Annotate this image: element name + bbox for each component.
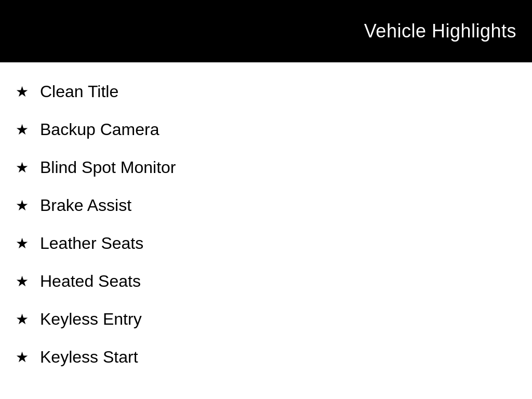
- list-item: ★Heated Seats: [16, 262, 516, 300]
- list-item: ★Keyless Start: [16, 338, 516, 376]
- star-icon: ★: [16, 312, 29, 327]
- highlight-label: Leather Seats: [40, 234, 143, 253]
- list-item: ★Blind Spot Monitor: [16, 149, 516, 187]
- star-icon: ★: [16, 123, 29, 137]
- highlights-list: ★Clean Title★Backup Camera★Blind Spot Mo…: [0, 62, 532, 387]
- highlight-label: Brake Assist: [40, 196, 131, 215]
- highlight-label: Blind Spot Monitor: [40, 158, 176, 177]
- list-item: ★Leather Seats: [16, 224, 516, 262]
- star-icon: ★: [16, 274, 29, 289]
- star-icon: ★: [16, 236, 29, 251]
- highlight-label: Heated Seats: [40, 272, 141, 291]
- list-item: ★Backup Camera: [16, 111, 516, 149]
- highlight-label: Keyless Entry: [40, 310, 142, 329]
- page-title: Vehicle Highlights: [364, 20, 516, 42]
- star-icon: ★: [16, 350, 29, 365]
- list-item: ★Clean Title: [16, 73, 516, 111]
- list-item: ★Keyless Entry: [16, 300, 516, 338]
- highlight-label: Keyless Start: [40, 348, 138, 367]
- list-item: ★Brake Assist: [16, 187, 516, 224]
- star-icon: ★: [16, 161, 29, 175]
- highlight-label: Backup Camera: [40, 120, 159, 139]
- highlight-label: Clean Title: [40, 82, 118, 101]
- star-icon: ★: [16, 85, 29, 99]
- page-header: Vehicle Highlights: [0, 0, 532, 62]
- star-icon: ★: [16, 198, 29, 213]
